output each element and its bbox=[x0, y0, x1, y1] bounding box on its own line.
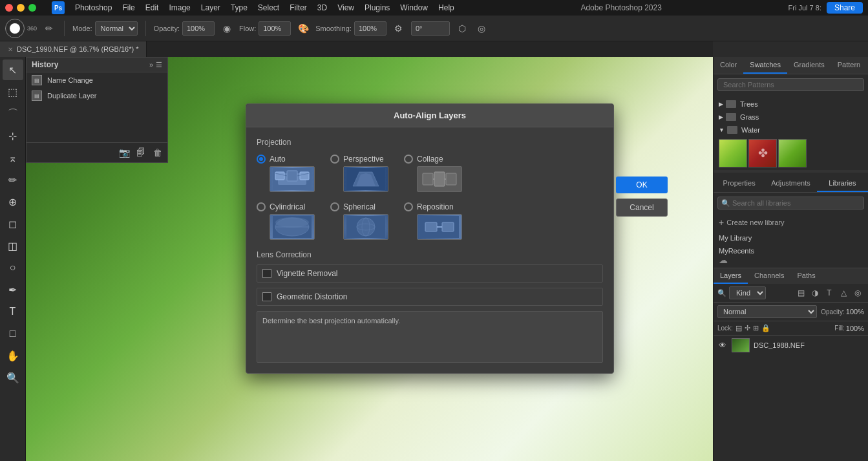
swatch-item-0[interactable] bbox=[719, 139, 747, 167]
dodge-tool[interactable]: ○ bbox=[3, 257, 23, 278]
menu-select[interactable]: Select bbox=[258, 3, 279, 12]
mode-select[interactable]: Normal bbox=[95, 21, 138, 36]
brush-options-icon[interactable]: ✏ bbox=[42, 21, 56, 36]
tab-close-btn[interactable]: ✕ bbox=[8, 46, 13, 53]
crop-tool[interactable]: ⊹ bbox=[3, 125, 23, 146]
tab-swatches[interactable]: Swatches bbox=[743, 57, 787, 74]
projection-collage[interactable]: Collage bbox=[404, 155, 462, 192]
vignette-removal-row[interactable]: Vignette Removal bbox=[257, 264, 603, 283]
share-button[interactable]: Share bbox=[827, 2, 863, 14]
angle-value[interactable]: 0° bbox=[411, 21, 450, 36]
expand-icon[interactable]: » bbox=[149, 61, 153, 69]
swatch-item-2[interactable] bbox=[778, 139, 807, 167]
water-section-header[interactable]: ▼ Water bbox=[714, 123, 868, 136]
menu-image[interactable]: Image bbox=[169, 3, 190, 12]
auto-align-dialog[interactable]: Auto-Align Layers Projection Auto bbox=[246, 103, 614, 374]
lock-all-icon[interactable]: 🔒 bbox=[761, 324, 770, 332]
spherical-radio[interactable] bbox=[330, 202, 339, 211]
hand-tool[interactable]: ✋ bbox=[3, 345, 23, 366]
delete-history-button[interactable]: 🗑 bbox=[151, 145, 165, 160]
opacity-value[interactable]: 100% bbox=[182, 21, 215, 36]
projection-reposition[interactable]: Reposition bbox=[404, 202, 462, 240]
gradient-tool[interactable]: ◫ bbox=[3, 235, 23, 256]
menu-layer[interactable]: Layer bbox=[201, 3, 220, 12]
menu-help[interactable]: Help bbox=[438, 3, 454, 12]
pressure-icon[interactable]: ◎ bbox=[474, 21, 489, 36]
eyedropper-tool[interactable]: ⌅ bbox=[3, 147, 23, 168]
menu-window[interactable]: Window bbox=[400, 3, 428, 12]
menu-filter[interactable]: Filter bbox=[290, 3, 307, 12]
flow-value[interactable]: 100% bbox=[259, 21, 291, 36]
swatch-item-1[interactable]: ✤ bbox=[748, 139, 777, 167]
tab-color[interactable]: Color bbox=[714, 57, 743, 74]
shape-filter-icon[interactable]: △ bbox=[837, 286, 850, 299]
smoothing-value[interactable]: 100% bbox=[354, 21, 386, 36]
distortion-checkbox[interactable] bbox=[262, 292, 271, 301]
airbrush-icon[interactable]: ◉ bbox=[220, 21, 234, 36]
menu-icon[interactable]: ☰ bbox=[156, 61, 162, 69]
create-document-button[interactable]: 🗐 bbox=[134, 145, 148, 160]
menu-view[interactable]: View bbox=[337, 3, 354, 12]
menu-3d[interactable]: 3D bbox=[317, 3, 327, 12]
tab-adjustments[interactable]: Adjustments bbox=[765, 175, 817, 192]
settings-icon[interactable]: ⚙ bbox=[392, 21, 406, 36]
close-button[interactable] bbox=[5, 4, 13, 12]
tab-paths[interactable]: Paths bbox=[791, 268, 822, 284]
projection-auto[interactable]: Auto bbox=[257, 155, 315, 192]
lasso-tool[interactable]: ⌒ bbox=[3, 103, 23, 124]
smart-filter-icon[interactable]: ◎ bbox=[851, 286, 864, 299]
tab-layers[interactable]: Layers bbox=[714, 268, 748, 284]
auto-radio[interactable] bbox=[257, 155, 266, 164]
my-library-item[interactable]: My Library bbox=[714, 231, 868, 244]
geometric-distortion-row[interactable]: Geometric Distortion bbox=[257, 288, 603, 306]
perspective-radio[interactable] bbox=[330, 155, 339, 164]
history-item-1[interactable]: ▤ Duplicate Layer bbox=[26, 88, 167, 103]
eraser-tool[interactable]: ◻ bbox=[3, 213, 23, 234]
grass-section-header[interactable]: ▶ Grass bbox=[714, 111, 868, 123]
trees-section-header[interactable]: ▶ Trees bbox=[714, 98, 868, 111]
menu-plugins[interactable]: Plugins bbox=[365, 3, 390, 12]
select-tool[interactable]: ⬚ bbox=[3, 81, 23, 102]
vignette-checkbox[interactable] bbox=[262, 269, 271, 278]
collage-radio[interactable] bbox=[404, 155, 413, 164]
maximize-button[interactable] bbox=[28, 4, 36, 12]
adjust-filter-icon[interactable]: ◑ bbox=[809, 286, 821, 299]
move-tool[interactable]: ↖ bbox=[3, 59, 23, 80]
lock-position-icon[interactable]: ✢ bbox=[745, 324, 750, 332]
zoom-tool[interactable]: 🔍 bbox=[3, 367, 23, 388]
reposition-radio[interactable] bbox=[404, 202, 413, 211]
layer-visibility-icon[interactable]: 👁 bbox=[717, 340, 728, 350]
create-library-button[interactable]: + Create new library bbox=[714, 213, 868, 231]
flow-icon[interactable]: 🎨 bbox=[296, 21, 310, 36]
lock-pixels-icon[interactable]: ▤ bbox=[736, 324, 742, 332]
search-patterns-input[interactable] bbox=[717, 78, 864, 91]
history-item-0[interactable]: ▤ Name Change bbox=[26, 72, 167, 88]
shape-tool[interactable]: □ bbox=[3, 323, 23, 344]
ok-button[interactable]: OK bbox=[616, 177, 668, 193]
layer-row-0[interactable]: 👁 DSC_1988.NEF bbox=[714, 336, 868, 355]
minimize-button[interactable] bbox=[17, 4, 25, 12]
text-tool[interactable]: T bbox=[3, 301, 23, 322]
symmetry-icon[interactable]: ⬡ bbox=[455, 21, 469, 36]
projection-cylindrical[interactable]: Cylindrical bbox=[257, 202, 315, 240]
type-filter-icon[interactable]: T bbox=[823, 286, 836, 299]
new-snapshot-button[interactable]: 📷 bbox=[117, 145, 131, 160]
pixel-filter-icon[interactable]: ▤ bbox=[794, 286, 807, 299]
stamp-tool[interactable]: ⊕ bbox=[3, 191, 23, 212]
projection-spherical[interactable]: Spherical bbox=[330, 202, 388, 240]
tab-libraries[interactable]: Libraries bbox=[817, 175, 868, 192]
brush-tool[interactable]: ✏ bbox=[3, 169, 23, 190]
projection-perspective[interactable]: Perspective bbox=[330, 155, 388, 192]
cancel-button[interactable]: Cancel bbox=[616, 198, 668, 217]
tab-gradients[interactable]: Gradients bbox=[787, 57, 831, 74]
tab-channels[interactable]: Channels bbox=[748, 268, 790, 284]
menu-edit[interactable]: Edit bbox=[145, 3, 159, 12]
my-recents-item[interactable]: MyRecents ☁ bbox=[714, 244, 868, 268]
menu-file[interactable]: File bbox=[122, 3, 134, 12]
search-libraries-input[interactable] bbox=[717, 197, 864, 209]
pen-tool[interactable]: ✒ bbox=[3, 279, 23, 300]
menu-photoshop[interactable]: Photoshop bbox=[75, 3, 112, 12]
tab-patterns[interactable]: Pattern bbox=[831, 57, 867, 74]
layers-kind-select[interactable]: Kind bbox=[729, 286, 766, 299]
cylindrical-radio[interactable] bbox=[257, 202, 266, 211]
